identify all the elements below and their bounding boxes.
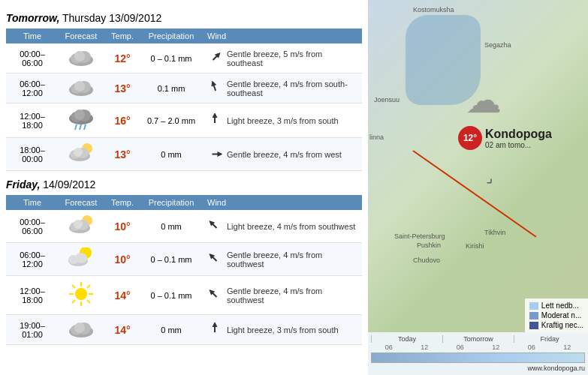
wind-cell: Gentle breeze, 4 m/s from southwest [201, 243, 362, 276]
col-temp-1: Temp. [104, 28, 141, 44]
wind-cell: Light breeze, 3 m/s from south [201, 104, 362, 138]
wind-arrow-icon [203, 214, 227, 238]
timeline-h5: 06 [514, 344, 550, 351]
precip-cell: 0 – 0.1 mm [141, 243, 201, 276]
svg-point-34 [75, 253, 87, 263]
tomorrow-table: Time Forecast Temp. Precipitation Wind 0… [6, 28, 362, 171]
timeline-h4: 12 [478, 344, 514, 351]
precip-cell: 0.7 – 2.0 mm [141, 104, 201, 138]
wind-cell: Gentle breeze, 4 m/s from southwest [201, 276, 362, 315]
wind-description: Light breeze, 3 m/s from south [227, 116, 339, 125]
location-time: 02 am tomo... [485, 141, 552, 149]
time-cell: 06:00–12:00 [6, 74, 59, 104]
legend-item-1: Lett nedb... [529, 302, 583, 310]
table-row: 12:00–18:00 16° 0.7 – 2.0 mm Light breez… [6, 104, 362, 138]
map-label-tikhvin: Tikhvin [484, 229, 505, 236]
svg-line-41 [72, 285, 75, 288]
friday-header: Friday, 14/09/2012 [6, 178, 362, 190]
time-cell: 00:00–06:00 [6, 210, 59, 243]
map-legend: Lett nedb... Moderat n... Kraftig nec... [525, 298, 588, 334]
wind-arrow-icon [203, 248, 227, 272]
table-row: 00:00–06:00 10° 0 mm Light breeze, 4 m/s… [6, 210, 362, 243]
map-panel: Kostomuksha Segazha Joensuu linna Saint-… [368, 0, 588, 375]
col-wind-1: Wind [201, 28, 362, 44]
source-url: www.kondopoga.ru [371, 364, 585, 372]
timeline-h2: 12 [407, 344, 443, 351]
temp-cell: 10° [104, 243, 141, 276]
map-label-kostomuksha: Kostomuksha [413, 6, 454, 14]
legend-text-3: Kraftig nec... [541, 321, 583, 329]
timeline-today: Today [371, 335, 442, 343]
svg-point-3 [74, 51, 85, 62]
col-wind-2: Wind [201, 195, 362, 210]
wind-arrow-icon [203, 46, 227, 70]
tomorrow-date: Thursday 13/09/2012 [62, 12, 161, 24]
precip-cell: 0 – 0.1 mm [141, 44, 201, 74]
svg-point-22 [74, 148, 83, 157]
timeline-h3: 06 [442, 344, 478, 351]
col-forecast-2: Forecast [59, 195, 104, 210]
map-label-linna: linna [369, 134, 384, 141]
precip-cell: 0 mm [141, 210, 201, 243]
tomorrow-label: Tomorrow, [6, 12, 59, 24]
map-label-chudovo: Chudovo [413, 256, 440, 264]
wind-description: Light breeze, 4 m/s from southwest [227, 222, 355, 231]
temp-cell: 14° [104, 315, 141, 345]
forecast-cell [59, 104, 104, 138]
friday-table: Time Forecast Temp. Precipitation Wind 0… [6, 195, 362, 345]
precip-cell: 0 mm [141, 138, 201, 171]
wind-cell: Gentle breeze, 4 m/s from west [201, 138, 362, 171]
table-row: 19:00–01:00 14° 0 mm Light breeze, 3 m/s… [6, 315, 362, 345]
table-row: 06:00–12:00 10° 0 – 0.1 mm Gentle breeze… [6, 243, 362, 276]
map-label-saintpeter: Saint-Petersburg [394, 232, 445, 240]
wind-description: Gentle breeze, 4 m/s from southwest [227, 286, 357, 304]
wind-cell: Gentle breeze, 4 m/s from south-southeas… [201, 74, 362, 104]
wind-description: Light breeze, 3 m/s from south [227, 326, 339, 334]
col-time-1: Time [6, 28, 59, 44]
svg-line-16 [84, 124, 86, 130]
wind-cell: Gentle breeze, 5 m/s from southeast [201, 44, 362, 74]
wind-description: Gentle breeze, 4 m/s from west [227, 150, 342, 159]
wind-arrow-icon [206, 147, 225, 162]
temp-cell: 13° [104, 138, 141, 171]
wind-arrow-icon [207, 111, 222, 130]
legend-item-3: Kraftig nec... [529, 321, 583, 329]
col-temp-2: Temp. [104, 195, 141, 210]
location-temp: 12° [463, 133, 477, 143]
legend-text-1: Lett nedb... [541, 302, 579, 310]
wind-cell: Light breeze, 3 m/s from south [201, 315, 362, 345]
svg-point-28 [74, 220, 83, 229]
forecast-cell [59, 315, 104, 345]
svg-line-44 [72, 300, 75, 303]
wind-description: Gentle breeze, 4 m/s from south-southeas… [227, 80, 357, 98]
wind-arrow-icon [207, 320, 222, 339]
legend-item-2: Moderat n... [529, 311, 583, 320]
friday-label: Friday, [6, 178, 40, 190]
col-precip-1: Precipitation [141, 28, 201, 44]
map-red-line [412, 150, 536, 237]
map-label-segazha: Segazha [484, 41, 511, 49]
svg-line-14 [75, 124, 77, 130]
timeline-bar [371, 352, 585, 363]
forecast-cell [59, 243, 104, 276]
col-time-2: Time [6, 195, 59, 210]
map-container: Kostomuksha Segazha Joensuu linna Saint-… [368, 0, 588, 375]
time-cell: 18:00–00:00 [6, 138, 59, 171]
table-row: 00:00–06:00 12° 0 – 0.1 mm Gentle breeze… [6, 44, 362, 74]
legend-color-2 [529, 312, 538, 320]
forecast-cell [59, 44, 104, 74]
friday-date: 14/09/2012 [43, 178, 95, 190]
legend-text-2: Moderat n... [541, 311, 581, 320]
location-marker: 12° Kondopoga 02 am tomo... [458, 126, 552, 150]
wind-description: Gentle breeze, 5 m/s from southeast [227, 50, 357, 68]
location-temp-circle: 12° [458, 126, 482, 150]
svg-line-15 [80, 124, 81, 130]
precip-cell: 0.1 mm [141, 74, 201, 104]
timeline-friday: Friday [514, 335, 585, 343]
wind-arrow-icon [204, 76, 225, 99]
timeline-h1: 06 [371, 344, 407, 351]
forecast-cell [59, 210, 104, 243]
svg-point-8 [74, 81, 85, 92]
temp-cell: 10° [104, 210, 141, 243]
svg-line-43 [87, 285, 90, 288]
